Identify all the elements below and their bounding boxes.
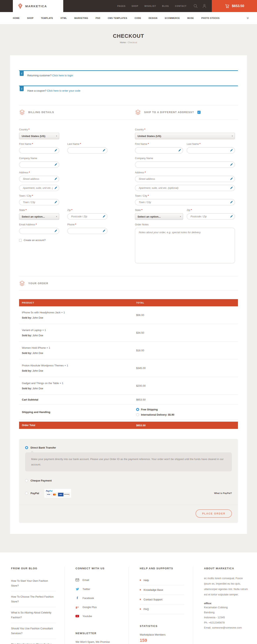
shipping-town-input[interactable]: [135, 199, 235, 205]
info-icon: i: [20, 86, 24, 91]
billing-apartment-input[interactable]: [19, 185, 59, 191]
square-bullet-icon: [140, 589, 141, 590]
brand-logo[interactable]: MARKETICA: [13, 0, 63, 12]
product-total: $200.00: [136, 384, 146, 387]
shipping-street-input[interactable]: [135, 176, 235, 182]
social-facebook-link[interactable]: f Facebook: [76, 594, 120, 602]
blog-link[interactable]: How To Choose The Perfect Fashion Store?: [11, 591, 56, 607]
bank-transfer-option[interactable]: Direct Bank Transfer: [25, 446, 232, 449]
shipping-state-select[interactable]: Select an option... ▾: [135, 213, 183, 220]
cart-button[interactable]: $653.50: [212, 0, 257, 12]
subnav-template[interactable]: TEMPLATE: [41, 17, 53, 19]
shipping-company-input[interactable]: [135, 162, 235, 168]
billing-country-select[interactable]: United States (US) ▾: [19, 133, 59, 139]
shipping-last-name-input[interactable]: [187, 147, 235, 154]
subnav-marketing[interactable]: MARKETING: [74, 17, 88, 19]
nav-wishlist[interactable]: WISHLIST: [144, 5, 156, 7]
edit-pen-icon: [230, 186, 233, 190]
billing-first-name-input[interactable]: [19, 147, 59, 154]
help-link[interactable]: Help: [140, 576, 184, 585]
edit-pen-icon: [102, 229, 106, 232]
blog-link[interactable]: How To Start Your Own Fashion Store?: [11, 576, 56, 591]
billing-email-input[interactable]: [19, 228, 59, 234]
international-delivery-option[interactable]: International Delivery: $5.90: [136, 413, 174, 416]
subnav-ecommerce[interactable]: ECOMMERCE: [165, 17, 180, 19]
subnav-design[interactable]: DESIGN: [148, 17, 158, 19]
footer: FROM OUR BLOG How To Start Your Own Fash…: [0, 552, 257, 644]
your-order-heading: YOUR ORDER: [28, 282, 48, 285]
shipping-zip-input[interactable]: [187, 213, 235, 220]
user-icon[interactable]: [202, 4, 206, 8]
what-is-paypal-link[interactable]: What is PayPal?: [214, 492, 232, 494]
shipping-apartment-input[interactable]: [135, 185, 235, 191]
visa-icon: VISA: [46, 493, 52, 496]
tag-icon: [18, 3, 23, 9]
free-shipping-option[interactable]: Free Shipping: [136, 408, 174, 411]
knowledge-base-link[interactable]: Knowladge Base: [140, 585, 184, 595]
breadcrumb-separator: ›: [126, 41, 127, 44]
billing-address-label: Address: [19, 171, 28, 174]
cheque-payment-option[interactable]: Cheque Payment: [25, 479, 232, 482]
subnav-psd[interactable]: PSD: [96, 17, 100, 19]
login-link[interactable]: Click here to login: [52, 74, 73, 77]
search-icon[interactable]: [193, 4, 198, 8]
create-account-checkbox[interactable]: Create an account?: [19, 239, 108, 242]
order-row: iPhone 5s with Headphones Jack × 1 Sold …: [19, 306, 238, 324]
faq-link[interactable]: FAQ: [140, 604, 184, 614]
billing-company-input[interactable]: [19, 162, 59, 168]
contact-support-link[interactable]: Contact Support: [140, 595, 184, 604]
ship-different-checkbox[interactable]: ✓: [197, 111, 200, 114]
blog-link[interactable]: Plus Size Fashion: Is There Such a Thing…: [11, 639, 56, 644]
blog-link[interactable]: Should You Use Fashion Consultant Servic…: [11, 623, 56, 639]
subnav-home[interactable]: HOME: [13, 17, 20, 19]
seller-name[interactable]: John Doe: [32, 352, 43, 354]
billing-street-input[interactable]: [19, 176, 59, 182]
shipping-town-label: Town / City: [135, 194, 147, 197]
seller-name[interactable]: John Doe: [32, 316, 43, 319]
blog-link[interactable]: What is So Alluring About Celebrity Fash…: [11, 607, 56, 623]
billing-email-label: Email Address: [19, 223, 35, 226]
breadcrumb-home[interactable]: Home: [120, 41, 126, 44]
login-notice: i Returning customer? Click here to logi…: [19, 70, 238, 80]
social-email-link[interactable]: Email: [76, 576, 120, 584]
place-order-button[interactable]: PLACE ORDER: [196, 510, 232, 518]
billing-last-name-input[interactable]: [67, 147, 108, 154]
billing-zip-input[interactable]: [67, 213, 108, 220]
billing-phone-input[interactable]: [67, 228, 108, 234]
product-total: $345.00: [136, 366, 146, 370]
billing-town-input[interactable]: [19, 199, 59, 205]
paypal-option[interactable]: PayPal PayPal VISA AMEX DISCOVER What is…: [25, 489, 232, 498]
bank-transfer-description: Make your payment directly into our bank…: [25, 452, 232, 472]
subnav-html[interactable]: HTML: [61, 17, 67, 19]
coupon-link[interactable]: Click here to enter your code: [47, 89, 80, 92]
subnav-shop[interactable]: SHOP: [27, 17, 34, 19]
seller-name[interactable]: John Doe: [32, 387, 43, 390]
nav-pages[interactable]: PAGES: [117, 5, 126, 7]
shipping-country-select[interactable]: United States (US) ▾: [135, 133, 235, 139]
billing-state-select[interactable]: Select an option... ▾: [19, 213, 59, 220]
subnav-code[interactable]: CODE: [134, 17, 141, 19]
social-twitter-link[interactable]: Twitter: [76, 584, 120, 594]
seller-name[interactable]: John Doe: [32, 370, 43, 372]
twitter-icon: [76, 588, 79, 590]
subnav-cms-templates[interactable]: CMS TEMPLATES: [108, 17, 127, 19]
shipping-country-label: Country: [135, 128, 144, 131]
subnav-photo-stocks[interactable]: PHOTO STOCKS: [202, 17, 220, 19]
nav-contact[interactable]: CONTACT: [175, 5, 186, 7]
radio-icon: [136, 413, 139, 416]
social-googleplus-link[interactable]: g+ Google Plus: [76, 602, 120, 612]
checkout-card: i Returning customer? Click here to logi…: [10, 55, 247, 534]
subnav-muse[interactable]: MUSE: [187, 17, 194, 19]
order-notes-textarea[interactable]: [135, 228, 235, 263]
edit-pen-icon: [178, 149, 181, 152]
double-chevron-down-icon[interactable]: [246, 17, 249, 19]
billing-heading: BILLING DETAILS: [28, 111, 54, 114]
social-youtube-link[interactable]: Youtube: [76, 612, 120, 621]
nav-blog[interactable]: BLOG: [162, 5, 169, 7]
shipping-last-name-label: Last Name: [187, 142, 199, 146]
footer-about-column: ABOUT MARKETICA ec mollis lorem consequa…: [193, 567, 257, 644]
shipping-first-name-input[interactable]: [135, 147, 183, 154]
seller-name[interactable]: John Doe: [32, 334, 43, 337]
nav-shop[interactable]: SHOP: [132, 5, 138, 7]
billing-country-label: Country: [19, 128, 28, 131]
